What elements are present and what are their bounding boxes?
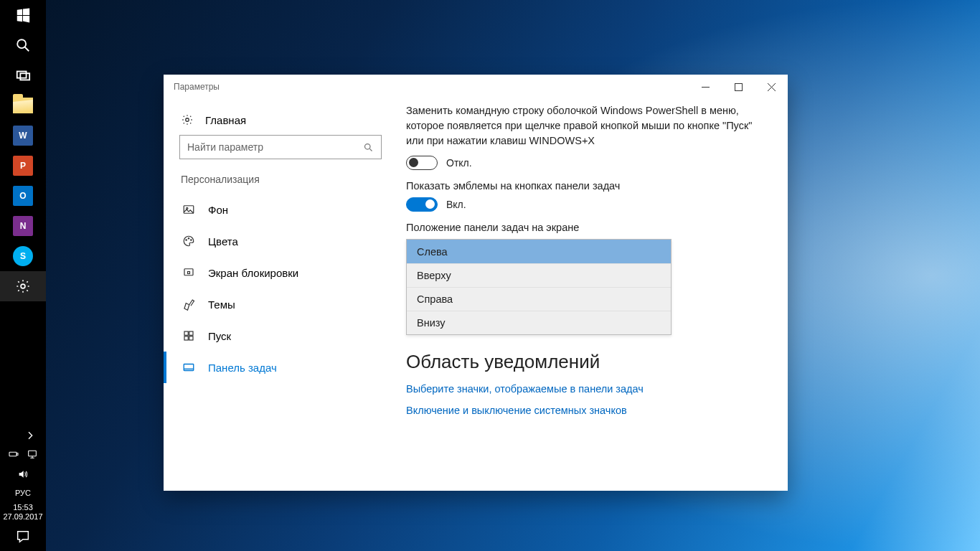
svg-point-4 bbox=[21, 284, 25, 288]
sidebar-item-label: Фон bbox=[208, 204, 228, 216]
svg-point-20 bbox=[186, 240, 187, 241]
dropdown-option-bottom[interactable]: Внизу bbox=[407, 311, 671, 334]
tray-time: 15:53 bbox=[3, 503, 42, 513]
sidebar-home[interactable]: Главная bbox=[164, 106, 400, 135]
sidebar-item-taskbar[interactable]: Панель задач bbox=[164, 352, 400, 383]
tray-overflow-button[interactable] bbox=[0, 425, 46, 446]
svg-point-16 bbox=[365, 143, 371, 149]
powershell-toggle[interactable] bbox=[406, 156, 438, 170]
select-tray-icons-link[interactable]: Выберите значки, отображаемые в панели з… bbox=[406, 383, 769, 395]
sidebar-section-title: Персонализация bbox=[164, 172, 400, 194]
task-view-button[interactable] bbox=[0, 60, 46, 90]
start-button[interactable] bbox=[0, 0, 46, 30]
taskbar-app-skype[interactable]: S bbox=[0, 241, 46, 271]
maximize-icon bbox=[735, 83, 743, 91]
svg-point-15 bbox=[186, 118, 189, 122]
tray-language[interactable]: РУС bbox=[15, 486, 31, 500]
taskbar-app-settings[interactable] bbox=[0, 271, 46, 301]
skype-icon: S bbox=[13, 246, 33, 266]
volume-icon bbox=[17, 468, 29, 480]
battery-icon bbox=[8, 448, 19, 460]
tray-battery[interactable] bbox=[8, 448, 19, 463]
svg-rect-28 bbox=[189, 336, 193, 340]
sidebar-item-label: Темы bbox=[208, 298, 235, 311]
tray-date: 27.09.2017 bbox=[3, 512, 42, 522]
chevron-right-icon bbox=[24, 430, 36, 441]
svg-rect-29 bbox=[184, 364, 194, 371]
sidebar-search-input[interactable]: Найти параметр bbox=[179, 135, 382, 159]
toggle-state-label: Откл. bbox=[446, 157, 472, 169]
search-button[interactable] bbox=[0, 30, 46, 60]
tray-network[interactable] bbox=[27, 448, 38, 463]
sidebar-item-colors[interactable]: Цвета bbox=[164, 225, 400, 257]
taskbar: W P O N S РУС 15:53 27.09.20 bbox=[0, 0, 46, 551]
search-icon bbox=[363, 142, 374, 153]
search-icon bbox=[15, 37, 31, 53]
sidebar-item-lockscreen[interactable]: Экран блокировки bbox=[164, 257, 400, 288]
sidebar-item-start[interactable]: Пуск bbox=[164, 320, 400, 352]
svg-rect-3 bbox=[20, 73, 29, 80]
tray-volume[interactable] bbox=[17, 468, 29, 483]
windows-icon bbox=[15, 7, 31, 23]
badges-heading: Показать эмблемы на кнопках панели задач bbox=[406, 180, 769, 192]
lockscreen-icon bbox=[182, 266, 195, 279]
sidebar-item-background[interactable]: Фон bbox=[164, 194, 400, 225]
notification-area-heading: Область уведомлений bbox=[406, 351, 769, 373]
search-placeholder: Найти параметр bbox=[187, 141, 263, 153]
settings-window: Параметры Главная Найти параметр Перс bbox=[164, 75, 788, 491]
badges-toggle[interactable] bbox=[406, 197, 438, 212]
svg-rect-23 bbox=[184, 269, 193, 276]
svg-rect-5 bbox=[9, 452, 17, 456]
gear-icon bbox=[15, 278, 31, 294]
start-icon bbox=[182, 329, 195, 342]
dropdown-option-top[interactable]: Вверху bbox=[407, 263, 671, 287]
network-icon bbox=[27, 448, 38, 460]
svg-rect-26 bbox=[189, 331, 193, 335]
svg-point-22 bbox=[191, 240, 192, 241]
window-minimize-button[interactable] bbox=[689, 75, 722, 99]
svg-rect-7 bbox=[29, 451, 37, 456]
dropdown-option-left[interactable]: Слева bbox=[407, 240, 671, 263]
svg-line-1 bbox=[25, 47, 29, 52]
window-close-button[interactable] bbox=[755, 75, 788, 99]
sidebar-item-label: Панель задач bbox=[208, 362, 277, 374]
svg-rect-12 bbox=[735, 83, 742, 90]
action-center-button[interactable] bbox=[0, 525, 46, 548]
toggle-state-label: Вкл. bbox=[446, 199, 466, 210]
palette-icon bbox=[182, 235, 195, 248]
svg-rect-6 bbox=[17, 453, 18, 455]
window-title: Параметры bbox=[174, 82, 220, 92]
sidebar-item-themes[interactable]: Темы bbox=[164, 288, 400, 320]
svg-point-0 bbox=[17, 39, 26, 48]
taskbar-position-heading: Положение панели задач на экране bbox=[406, 222, 769, 233]
taskbar-icon bbox=[182, 361, 195, 374]
notification-icon bbox=[15, 529, 31, 545]
settings-sidebar: Главная Найти параметр Персонализация Фо… bbox=[164, 99, 400, 491]
window-titlebar[interactable]: Параметры bbox=[164, 75, 788, 99]
svg-marker-10 bbox=[19, 471, 24, 477]
taskbar-position-dropdown[interactable]: Слева Вверху Справа Внизу bbox=[406, 239, 672, 335]
minimize-icon bbox=[702, 83, 710, 91]
sidebar-home-label: Главная bbox=[205, 114, 246, 126]
taskbar-app-powerpoint[interactable]: P bbox=[0, 151, 46, 181]
picture-icon bbox=[182, 203, 195, 216]
taskbar-app-file-explorer[interactable] bbox=[0, 90, 46, 121]
themes-icon bbox=[182, 298, 195, 311]
window-maximize-button[interactable] bbox=[722, 75, 755, 99]
gear-icon bbox=[181, 113, 194, 126]
taskbar-app-word[interactable]: W bbox=[0, 121, 46, 151]
sidebar-item-label: Цвета bbox=[208, 235, 238, 248]
sidebar-item-label: Пуск bbox=[208, 330, 231, 342]
word-icon: W bbox=[13, 126, 33, 146]
svg-rect-2 bbox=[17, 72, 27, 78]
dropdown-option-right[interactable]: Справа bbox=[407, 287, 671, 311]
powerpoint-icon: P bbox=[13, 156, 33, 176]
svg-rect-25 bbox=[184, 331, 188, 335]
folder-icon bbox=[13, 98, 33, 113]
system-icons-link[interactable]: Включение и выключение системных значков bbox=[406, 405, 769, 416]
tray-clock[interactable]: 15:53 27.09.2017 bbox=[3, 500, 42, 526]
taskbar-app-onenote[interactable]: N bbox=[0, 211, 46, 241]
svg-rect-27 bbox=[184, 336, 188, 340]
taskbar-app-outlook[interactable]: O bbox=[0, 181, 46, 211]
sidebar-item-label: Экран блокировки bbox=[208, 267, 298, 279]
